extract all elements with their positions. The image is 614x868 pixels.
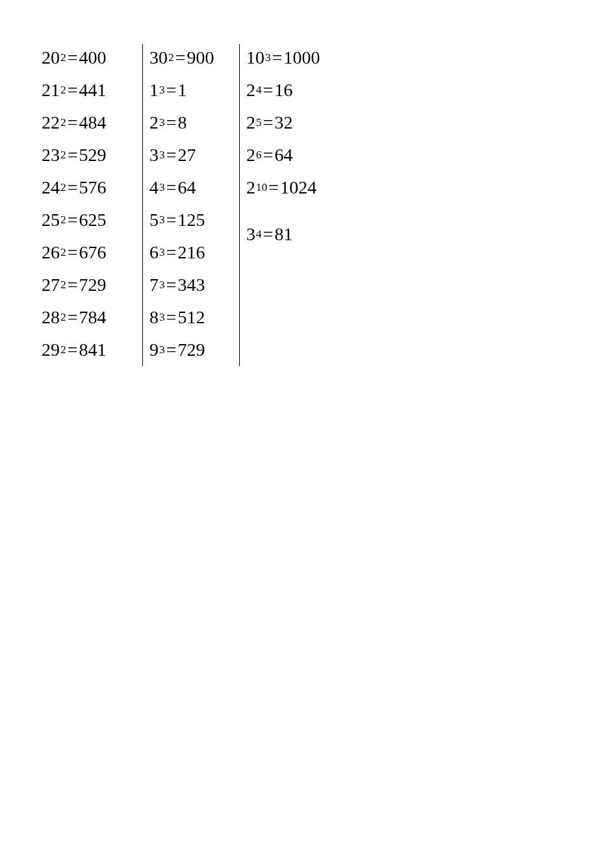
base-number: 3: [149, 145, 159, 166]
base-number: 5: [149, 210, 159, 230]
result-number: 400: [79, 47, 106, 68]
result-number: 576: [79, 177, 106, 198]
base-number: 1: [149, 80, 159, 101]
power-expression: 43=64: [143, 171, 239, 204]
result-number: 8: [177, 112, 186, 133]
power-expression: 33=27: [143, 139, 239, 171]
base-number: 6: [149, 242, 159, 263]
result-number: 27: [177, 145, 196, 166]
result-number: 64: [177, 177, 196, 198]
column-1: 202=400212=441222=484232=529242=576252=6…: [35, 42, 142, 366]
power-expression: 202=400: [35, 42, 142, 74]
equals-sign: =: [67, 80, 79, 101]
base-number: 10: [246, 47, 264, 68]
result-number: 784: [79, 307, 106, 328]
base-number: 22: [42, 112, 60, 133]
equals-sign: =: [262, 80, 275, 101]
equals-sign: =: [67, 275, 79, 295]
equals-sign: =: [67, 112, 79, 133]
result-number: 529: [79, 145, 106, 166]
power-expression: 103=1000: [240, 42, 370, 74]
column-3: 103=100024=1625=3226=64210=102434=81: [240, 42, 370, 251]
equals-sign: =: [166, 80, 178, 101]
equals-sign: =: [67, 177, 79, 198]
equals-sign: =: [166, 210, 178, 230]
power-expression: 25=32: [240, 106, 370, 139]
equals-sign: =: [166, 275, 178, 295]
result-number: 625: [79, 210, 106, 230]
power-expression: 242=576: [35, 171, 142, 204]
equals-sign: =: [67, 47, 79, 68]
result-number: 125: [177, 210, 205, 230]
equals-sign: =: [67, 242, 79, 263]
equals-sign: =: [67, 307, 79, 328]
base-number: 9: [149, 340, 159, 360]
base-number: 21: [42, 80, 60, 101]
power-expression: 210=1024: [240, 171, 370, 204]
base-number: 3: [246, 224, 255, 245]
power-expression: 232=529: [35, 139, 142, 171]
equals-sign: =: [67, 340, 79, 360]
result-number: 1000: [283, 47, 320, 68]
equals-sign: =: [166, 112, 178, 133]
power-expression: 26=64: [240, 139, 370, 171]
result-number: 729: [177, 340, 205, 360]
result-number: 729: [79, 275, 106, 295]
power-expression: 272=729: [35, 269, 142, 301]
base-number: 27: [42, 275, 60, 295]
result-number: 441: [79, 80, 106, 101]
equals-sign: =: [67, 210, 79, 230]
equals-sign: =: [272, 47, 284, 68]
result-number: 64: [274, 145, 292, 166]
power-expression: 262=676: [35, 236, 142, 269]
result-number: 484: [79, 112, 106, 133]
power-expression: 302=900: [143, 42, 239, 74]
base-number: 26: [42, 242, 60, 263]
equals-sign: =: [67, 145, 79, 166]
result-number: 900: [186, 47, 214, 68]
result-number: 216: [177, 242, 205, 263]
base-number: 29: [42, 340, 60, 360]
result-number: 1024: [280, 177, 316, 198]
power-expression: 13=1: [143, 74, 239, 106]
power-expression: 34=81: [240, 218, 370, 251]
base-number: 24: [42, 177, 60, 198]
base-number: 2: [246, 145, 255, 166]
power-expression: 282=784: [35, 301, 142, 334]
power-expression: 212=441: [35, 74, 142, 106]
equals-sign: =: [166, 307, 178, 328]
base-number: 4: [149, 177, 159, 198]
power-expression: 73=343: [143, 269, 239, 301]
result-number: 1: [177, 80, 186, 101]
result-number: 81: [274, 224, 292, 245]
equals-sign: =: [262, 224, 275, 245]
result-number: 841: [79, 340, 106, 360]
base-number: 8: [149, 307, 159, 328]
base-number: 7: [149, 275, 159, 295]
base-number: 20: [42, 47, 60, 68]
power-expression: 83=512: [143, 301, 239, 334]
equals-sign: =: [262, 145, 275, 166]
base-number: 2: [246, 80, 255, 101]
power-expression: 252=625: [35, 204, 142, 236]
power-expression: 53=125: [143, 204, 239, 236]
equals-sign: =: [166, 340, 178, 360]
base-number: 2: [246, 177, 255, 198]
base-number: 25: [42, 210, 60, 230]
equals-sign: =: [166, 242, 178, 263]
result-number: 512: [177, 307, 205, 328]
base-number: 28: [42, 307, 60, 328]
result-number: 343: [177, 275, 205, 295]
power-expression: 292=841: [35, 334, 142, 366]
equals-sign: =: [175, 47, 187, 68]
base-number: 23: [42, 145, 60, 166]
power-expression: 23=8: [143, 106, 239, 139]
result-number: 676: [79, 242, 106, 263]
base-number: 30: [149, 47, 168, 68]
result-number: 16: [274, 80, 292, 101]
page: 202=400212=441222=484232=529242=576252=6…: [0, 0, 614, 379]
base-number: 2: [246, 112, 255, 133]
equals-sign: =: [262, 112, 275, 133]
equals-sign: =: [268, 177, 280, 198]
equals-sign: =: [166, 177, 178, 198]
